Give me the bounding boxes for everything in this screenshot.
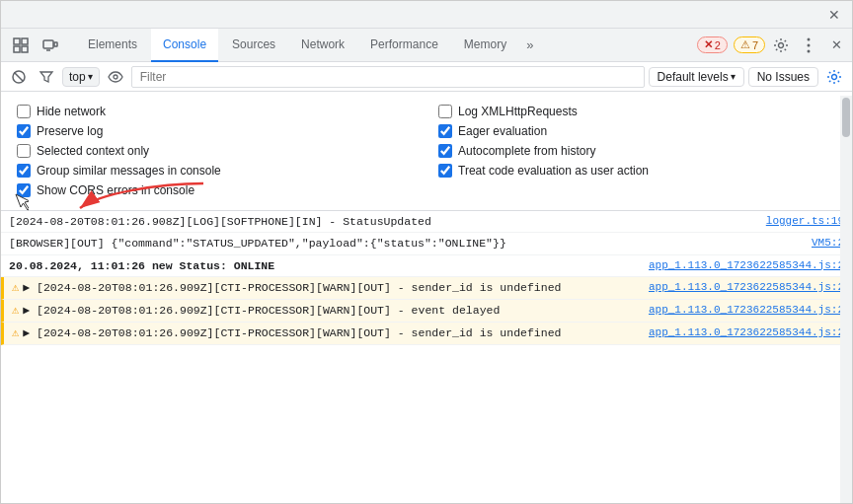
group-similar-checkbox[interactable] <box>17 164 31 178</box>
filter-input[interactable] <box>131 66 645 88</box>
log-xmlhttp-checkbox[interactable] <box>438 105 452 118</box>
warn-icon: ⚠ <box>12 324 19 342</box>
svg-point-7 <box>779 42 784 47</box>
selected-context-checkbox[interactable] <box>17 144 31 158</box>
console-output[interactable]: [2024-08-20T08:01:26.908Z][LOG][SOFTPHON… <box>1 211 852 486</box>
group-similar-label: Group similar messages in console <box>37 164 221 178</box>
close-devtools-button[interactable]: ✕ <box>824 34 848 57</box>
svg-rect-4 <box>43 40 53 48</box>
svg-point-14 <box>832 74 837 79</box>
error-count-badge[interactable]: ✕ 2 <box>697 36 728 53</box>
eye-icon-button[interactable] <box>104 65 127 89</box>
setting-hide-network: Hide network <box>17 102 415 121</box>
clear-console-button[interactable] <box>7 65 31 89</box>
svg-line-12 <box>15 72 24 81</box>
tab-memory[interactable]: Memory <box>452 29 518 62</box>
settings-right-col: Log XMLHttpRequests Eager evaluation Aut… <box>438 102 836 200</box>
close-button[interactable]: ✕ <box>824 3 844 27</box>
console-line: 20.08.2024, 11:01:26 new Status: ONLINEa… <box>1 255 852 277</box>
console-line: ⚠▶ [2024-08-20T08:01:26.909Z][CTI-PROCES… <box>1 323 852 345</box>
inspect-icon[interactable] <box>9 34 33 57</box>
error-icon: ✕ <box>704 38 713 51</box>
warn-count-badge[interactable]: ⚠ 7 <box>734 36 765 53</box>
setting-show-cors: Show CORS errors in console <box>17 180 415 200</box>
tab-bar: Elements Console Sources Network Perform… <box>1 29 852 62</box>
console-settings-gear[interactable] <box>822 65 846 89</box>
svg-point-9 <box>808 43 811 46</box>
svg-point-8 <box>808 37 811 40</box>
svg-point-10 <box>808 49 811 52</box>
console-line-text: ▶ [2024-08-20T08:01:26.909Z][CTI-PROCESS… <box>23 324 641 341</box>
warn-icon: ⚠ <box>740 38 750 51</box>
setting-eager-eval: Eager evaluation <box>438 121 836 141</box>
console-line-source[interactable]: app_1.113.0_1723622585344.js:2 <box>649 279 844 296</box>
setting-log-xmlhttp: Log XMLHttpRequests <box>438 102 836 121</box>
tab-network[interactable]: Network <box>289 29 356 62</box>
console-line-source[interactable]: app_1.113.0_1723622585344.js:2 <box>649 302 844 319</box>
scrollbar-thumb[interactable] <box>842 98 850 137</box>
tab-icon-group <box>5 34 66 57</box>
hide-network-label: Hide network <box>37 105 106 118</box>
show-cors-checkbox[interactable] <box>17 183 31 197</box>
settings-left-col: Hide network Preserve log Selected conte… <box>17 102 415 200</box>
hide-network-checkbox[interactable] <box>17 105 31 118</box>
console-line-text: [2024-08-20T08:01:26.908Z][LOG][SOFTPHON… <box>9 213 758 230</box>
setting-autocomplete-history: Autocomplete from history <box>438 141 836 161</box>
tab-right-controls: ✕ 2 ⚠ 7 ✕ <box>697 34 848 57</box>
title-bar: ✕ <box>1 1 852 29</box>
setting-selected-context: Selected context only <box>17 141 415 161</box>
warn-icon: ⚠ <box>12 279 19 297</box>
tab-performance[interactable]: Performance <box>358 29 450 62</box>
preserve-log-label: Preserve log <box>37 124 103 138</box>
svg-rect-2 <box>14 46 20 52</box>
svg-rect-1 <box>22 38 28 44</box>
tab-console[interactable]: Console <box>151 29 218 62</box>
treat-code-checkbox[interactable] <box>438 164 452 178</box>
console-line-text: [BROWSER][OUT] {"command":"STATUS_UPDATE… <box>9 235 804 252</box>
console-line-source[interactable]: logger.ts:19 <box>766 213 844 230</box>
console-line-text: ▶ [2024-08-20T08:01:26.909Z][CTI-PROCESS… <box>23 279 641 296</box>
console-line: [BROWSER][OUT] {"command":"STATUS_UPDATE… <box>1 233 852 254</box>
console-toolbar: top ▾ Default levels ▾ No Issues <box>1 62 852 92</box>
treat-code-label: Treat code evaluation as user action <box>458 164 649 178</box>
autocomplete-history-checkbox[interactable] <box>438 144 452 158</box>
console-line: [2024-08-20T08:01:26.908Z][LOG][SOFTPHON… <box>1 211 852 233</box>
settings-panel: Hide network Preserve log Selected conte… <box>1 92 852 211</box>
svg-rect-5 <box>54 42 57 46</box>
log-xmlhttp-label: Log XMLHttpRequests <box>458 105 578 118</box>
setting-group-similar: Group similar messages in console <box>17 161 415 180</box>
levels-dropdown[interactable]: Default levels ▾ <box>649 67 744 87</box>
eager-eval-label: Eager evaluation <box>458 124 547 138</box>
console-line-source[interactable]: app_1.113.0_1723622585344.js:2 <box>649 324 844 341</box>
setting-preserve-log: Preserve log <box>17 121 415 141</box>
svg-rect-0 <box>14 38 20 44</box>
device-icon[interactable] <box>39 34 62 57</box>
svg-point-13 <box>114 75 117 79</box>
console-line: ⚠▶ [2024-08-20T08:01:26.909Z][CTI-PROCES… <box>1 277 852 300</box>
show-cors-label: Show CORS errors in console <box>37 183 194 197</box>
no-issues-button[interactable]: No Issues <box>748 67 818 87</box>
console-line-text: 20.08.2024, 11:01:26 new Status: ONLINE <box>9 257 641 274</box>
preserve-log-checkbox[interactable] <box>17 124 31 138</box>
context-selector[interactable]: top ▾ <box>62 67 100 87</box>
tabs-overflow-button[interactable]: » <box>520 29 539 62</box>
selected-context-label: Selected context only <box>37 144 149 158</box>
console-line-text: ▶ [2024-08-20T08:01:26.909Z][CTI-PROCESS… <box>23 302 641 319</box>
eager-eval-checkbox[interactable] <box>438 124 452 138</box>
autocomplete-history-label: Autocomplete from history <box>458 144 595 158</box>
tab-elements[interactable]: Elements <box>76 29 149 62</box>
console-line: ⚠▶ [2024-08-20T08:01:26.909Z][CTI-PROCES… <box>1 300 852 323</box>
more-options-icon[interactable] <box>797 34 820 57</box>
console-line-source[interactable]: app_1.113.0_1723622585344.js:2 <box>649 257 844 274</box>
setting-treat-code: Treat code evaluation as user action <box>438 161 836 180</box>
filter-icon-button[interactable] <box>35 65 58 89</box>
settings-icon[interactable] <box>769 34 793 57</box>
tab-sources[interactable]: Sources <box>220 29 287 62</box>
warn-icon: ⚠ <box>12 302 19 320</box>
svg-rect-3 <box>22 46 28 52</box>
scrollbar[interactable] <box>840 96 852 503</box>
